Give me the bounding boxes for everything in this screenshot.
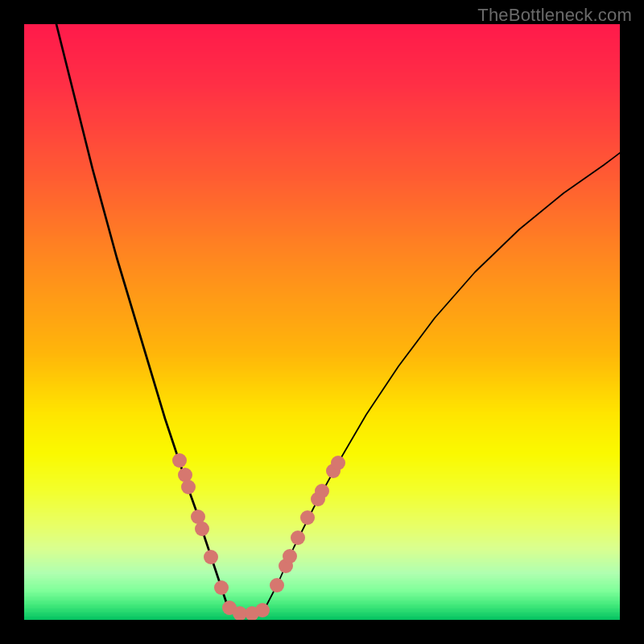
bead-markers [172,453,345,620]
bead-marker [195,522,209,536]
curve-overlay [24,24,620,620]
bead-marker [181,480,196,494]
plot-area [24,24,620,620]
bead-marker [315,484,329,498]
curve-series [56,24,620,614]
watermark-text: TheBottleneck.com [477,5,632,26]
bead-marker [270,578,284,592]
bead-marker [214,580,229,595]
series-right-arm [266,153,620,607]
bead-marker [283,549,297,564]
bead-marker [204,550,218,564]
bead-marker [331,456,345,470]
bead-marker [255,603,270,617]
bead-marker [172,453,187,468]
bead-marker [291,530,305,545]
outer-frame: TheBottleneck.com [0,0,644,644]
bead-marker [300,510,315,525]
